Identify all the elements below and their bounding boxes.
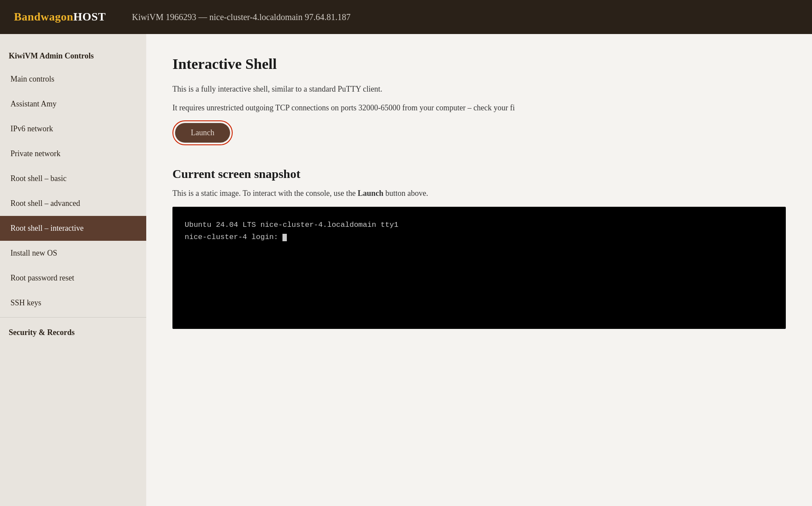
page-title: Interactive Shell: [172, 56, 786, 72]
snapshot-description: This is a static image. To interact with…: [172, 189, 786, 198]
terminal-cursor: [282, 234, 287, 241]
sidebar-item-ipv6-network[interactable]: IPv6 network: [0, 116, 146, 141]
description1: This is a fully interactive shell, simil…: [172, 83, 786, 96]
sidebar-item-root-shell-basic[interactable]: Root shell – basic: [0, 166, 146, 191]
logo-bandwagon: Bandwagon: [14, 10, 73, 23]
sidebar-section1-title: KiwiVM Admin Controls: [0, 43, 146, 67]
sidebar-item-ssh-keys[interactable]: SSH keys: [0, 291, 146, 315]
launch-button[interactable]: Launch: [175, 123, 230, 143]
sidebar-item-assistant-amy[interactable]: Assistant Amy: [0, 92, 146, 116]
header-title: KiwiVM 1966293 — nice-cluster-4.localdom…: [132, 12, 351, 22]
launch-button-wrapper[interactable]: Launch: [172, 120, 233, 145]
logo-host: HOST: [73, 10, 106, 23]
sidebar-item-root-shell-interactive[interactable]: Root shell – interactive: [0, 216, 146, 241]
main-content: Interactive Shell This is a fully intera…: [146, 34, 812, 506]
sidebar-item-root-shell-advanced[interactable]: Root shell – advanced: [0, 191, 146, 216]
terminal-snapshot: Ubuntu 24.04 LTS nice-cluster-4.localdom…: [172, 207, 786, 329]
header: BandwagonHOST KiwiVM 1966293 — nice-clus…: [0, 0, 812, 34]
sidebar: KiwiVM Admin Controls Main controls Assi…: [0, 34, 146, 506]
sidebar-item-main-controls[interactable]: Main controls: [0, 67, 146, 92]
sidebar-item-root-password-reset[interactable]: Root password reset: [0, 266, 146, 291]
sidebar-item-private-network[interactable]: Private network: [0, 141, 146, 166]
sidebar-section2-title: Security & Records: [0, 319, 146, 343]
logo: BandwagonHOST: [14, 10, 106, 24]
description2: It requires unrestricted outgoing TCP co…: [172, 102, 786, 114]
terminal-line2: nice-cluster-4 login:: [185, 231, 774, 244]
snapshot-title: Current screen snapshot: [172, 167, 786, 181]
sidebar-divider: [0, 317, 146, 318]
sidebar-item-install-new-os[interactable]: Install new OS: [0, 241, 146, 266]
terminal-line1: Ubuntu 24.04 LTS nice-cluster-4.localdom…: [185, 219, 774, 232]
layout: KiwiVM Admin Controls Main controls Assi…: [0, 34, 812, 506]
